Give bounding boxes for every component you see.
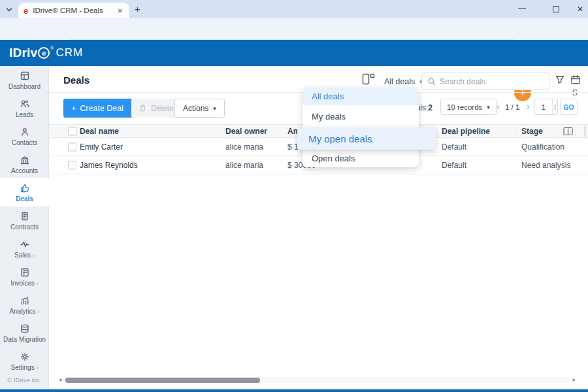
dropdown-item-open-deals[interactable]: Open deals [302, 150, 419, 167]
column-header-deal-owner[interactable]: Deal owner [225, 127, 267, 136]
window-bottom-border [0, 389, 588, 392]
dashboard-icon [20, 71, 30, 81]
settings-gear-icon [20, 351, 30, 362]
page-indicator: 1 / 1 [505, 103, 519, 111]
column-header-stage[interactable]: Stage [521, 127, 543, 136]
column-header-deal-pipeline[interactable]: Deal pipeline [442, 127, 490, 136]
logo-e-icon: e [38, 47, 50, 59]
deal-name-cell[interactable]: Emily Carter [80, 142, 123, 152]
records-per-page-select[interactable]: 10 records ▾ [440, 99, 497, 115]
scroll-right-icon[interactable]: ► [572, 377, 577, 383]
deal-owner-cell: alice maria [225, 161, 263, 170]
delete-button: Delete [131, 99, 181, 118]
contacts-icon [20, 127, 30, 137]
browser-titlebar: e IDrive® CRM - Deals ✕ + — ✕ [0, 0, 588, 18]
analytics-icon [20, 295, 30, 306]
vertical-scrollbar-thumb[interactable] [584, 125, 586, 137]
submenu-arrow-icon: › [33, 252, 35, 259]
sidebar-item-deals[interactable]: Deals [0, 178, 49, 206]
go-button[interactable]: GO [560, 99, 578, 115]
app-header: IDriv e ® CRM + S [0, 40, 588, 66]
caret-down-icon: ▾ [487, 104, 490, 110]
sales-icon [20, 239, 30, 250]
scroll-left-icon[interactable]: ◄ [57, 377, 63, 383]
window-close-button[interactable]: ✕ [577, 5, 583, 14]
copyright-footer: © IDrive Inc. [0, 376, 49, 384]
data-migration-icon [20, 323, 30, 334]
next-page-button[interactable]: › [527, 101, 530, 112]
page-title: Deals [63, 74, 90, 86]
sidebar-item-data-migration[interactable]: Data Migration [0, 319, 49, 347]
sidebar-item-accounts[interactable]: Accounts [0, 150, 49, 178]
deal-pipeline-cell: Default [442, 142, 466, 152]
window-minimize-button[interactable]: — [518, 4, 526, 13]
dropdown-item-my-open-deals[interactable]: My open deals [297, 127, 436, 150]
idrive-favicon-icon: e [24, 7, 28, 15]
prev-page-button[interactable]: ‹ [497, 101, 500, 112]
filter-funnel-icon[interactable] [555, 74, 565, 85]
sidebar-nav: Dashboard Leads Contacts Accounts Deals … [0, 66, 49, 392]
create-deal-button[interactable]: + Create Deal [63, 99, 131, 118]
row-checkbox[interactable] [68, 161, 76, 169]
column-header-deal-name[interactable]: Deal name [80, 127, 119, 136]
stage-cell: Need analysis [521, 161, 570, 170]
leads-icon [20, 99, 30, 109]
browser-tab[interactable]: e IDrive® CRM - Deals ✕ [18, 3, 129, 18]
plus-icon: + [71, 104, 76, 113]
column-settings-icon[interactable] [563, 127, 573, 135]
sidebar-item-settings[interactable]: Settings › [0, 347, 49, 375]
tab-title: IDrive® CRM - Deals [33, 7, 111, 14]
row-checkbox[interactable] [68, 142, 76, 151]
deal-name-cell[interactable]: James Reynolds [80, 161, 138, 170]
logo-crm-text: CRM [56, 46, 83, 59]
select-all-checkbox[interactable] [68, 127, 76, 135]
idrive-crm-logo: IDriv e ® CRM [9, 40, 83, 66]
deals-icon [20, 183, 30, 193]
calendar-icon[interactable] [570, 74, 581, 85]
search-icon [427, 77, 436, 86]
horizontal-scrollbar-thumb[interactable] [65, 378, 260, 383]
submenu-arrow-icon: › [37, 280, 39, 287]
dropdown-item-all-deals[interactable]: All deals [302, 88, 419, 105]
logo-registered-mark: ® [50, 46, 54, 50]
accounts-icon [20, 155, 30, 165]
sidebar-item-contacts[interactable]: Contacts [0, 122, 49, 150]
trash-icon [139, 104, 147, 112]
new-tab-button[interactable]: + [135, 3, 140, 14]
dropdown-item-my-deals[interactable]: My deals [302, 105, 419, 127]
chevron-down-icon [6, 7, 12, 12]
tab-search-button[interactable] [4, 5, 14, 14]
submenu-arrow-icon: › [37, 308, 39, 315]
window-maximize-button[interactable] [553, 6, 559, 12]
page-input-spinner[interactable]: ▴ ▾ [552, 99, 557, 114]
search-box[interactable] [421, 73, 549, 90]
kanban-view-icon[interactable] [362, 73, 375, 86]
stage-cell: Qualification [521, 142, 564, 152]
sidebar-item-analytics[interactable]: Analytics › [0, 291, 49, 319]
search-input[interactable] [440, 77, 538, 86]
sidebar-item-sales[interactable]: Sales › [0, 235, 49, 263]
tab-close-icon[interactable]: ✕ [116, 7, 124, 14]
submenu-arrow-icon: › [36, 365, 38, 371]
browser-toolbar: ← → ↻ designdev.idrivecrm.com/app/deals … [0, 18, 588, 40]
logo-text: IDriv [9, 46, 37, 60]
sidebar-item-dashboard[interactable]: Dashboard [0, 66, 49, 94]
spinner-down-icon[interactable]: ▾ [554, 107, 556, 111]
sidebar-item-contracts[interactable]: Contracts [0, 206, 49, 235]
sidebar-item-invoices[interactable]: Invoices › [0, 263, 49, 291]
page-number-input[interactable]: 1 ▴ ▾ [534, 99, 558, 115]
actions-button[interactable]: Actions ▾ [174, 99, 225, 118]
deal-owner-cell: alice maria [225, 142, 263, 152]
deal-pipeline-cell: Default [442, 161, 466, 170]
caret-down-icon: ▾ [213, 105, 216, 112]
invoices-icon [20, 267, 30, 278]
contracts-icon [20, 211, 30, 221]
sidebar-item-leads[interactable]: Leads [0, 94, 49, 122]
